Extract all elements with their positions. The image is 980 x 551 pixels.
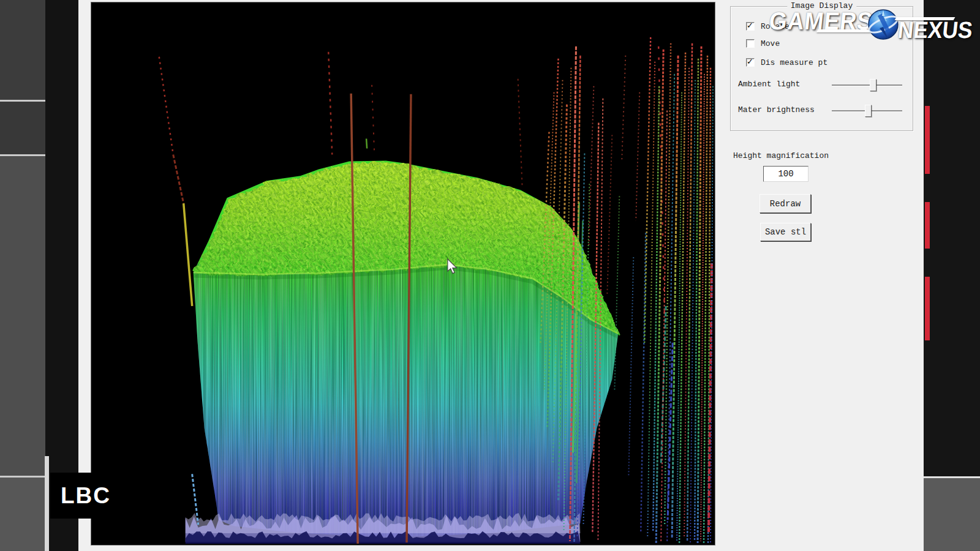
slider-label: Ambient light — [738, 80, 800, 89]
slider-thumb[interactable] — [865, 105, 872, 117]
checkbox-box[interactable]: ✓ — [746, 22, 755, 31]
right-rail-red-accent — [925, 277, 930, 340]
left-rail-segment — [0, 478, 45, 551]
checkbox-label: Move — [761, 39, 780, 48]
save-stl-button[interactable]: Save stl — [760, 223, 811, 241]
left-rail-segment — [0, 156, 45, 476]
slider-label: Mater brightness — [738, 105, 815, 114]
checkbox-label: Dis measure pt — [761, 58, 827, 67]
checkbox-dis-measure-pt[interactable]: ✓Dis measure pt — [746, 58, 827, 67]
left-rail-segment — [0, 102, 45, 154]
right-rail-red-accent — [925, 202, 930, 249]
slider-thumb[interactable] — [870, 79, 876, 91]
surface-plot[interactable] — [91, 2, 715, 545]
lbc-badge-text: LBC — [61, 483, 111, 509]
checkbox-label: Rotate — [761, 22, 790, 31]
right-rail-red-accent — [925, 106, 930, 174]
left-rail — [0, 0, 45, 551]
check-icon: ✓ — [747, 21, 753, 30]
left-rail-segment — [0, 0, 45, 100]
redraw-button[interactable]: Redraw — [760, 194, 811, 213]
left-rail-divider — [0, 476, 45, 478]
checkbox-box[interactable]: ✓ — [746, 58, 755, 67]
left-black-column — [45, 0, 78, 551]
slider-track-ambient-light[interactable] — [832, 84, 902, 86]
lbc-badge: LBC — [50, 473, 176, 519]
left-divider-line — [45, 456, 49, 551]
check-icon: ✓ — [747, 57, 753, 66]
left-rail-divider — [0, 100, 45, 102]
screen: Image Display ✓RotateMove✓Dis measure pt… — [0, 0, 980, 551]
dome-surface — [181, 153, 631, 544]
checkbox-box[interactable] — [746, 39, 755, 48]
checkbox-rotate[interactable]: ✓Rotate — [746, 21, 790, 31]
right-rail-bottom — [924, 478, 980, 551]
checkbox-move[interactable]: Move — [746, 39, 780, 48]
viewport-3d[interactable] — [91, 2, 715, 545]
height-magnification-label: Height magnification — [733, 151, 829, 160]
image-display-group-title: Image Display — [787, 1, 856, 10]
height-magnification-input[interactable] — [763, 166, 809, 182]
left-rail-divider — [0, 154, 45, 156]
right-rail — [924, 0, 980, 551]
